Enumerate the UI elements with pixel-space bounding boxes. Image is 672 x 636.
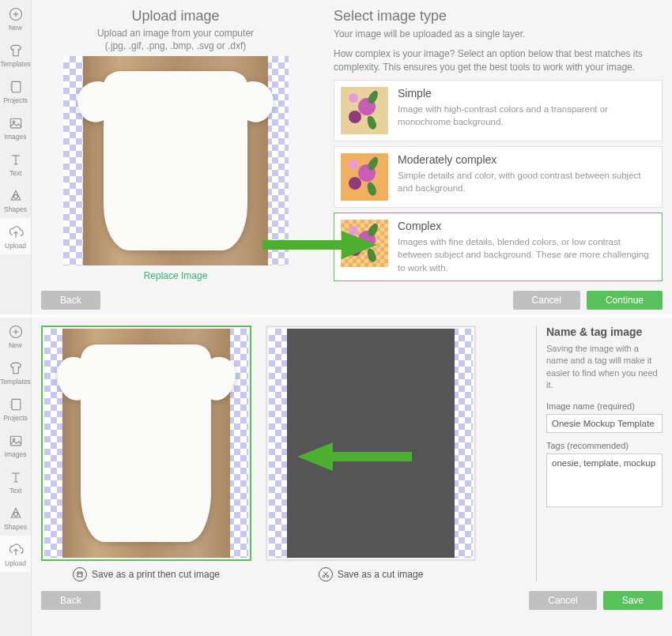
option-moderate-title: Moderately complex (398, 153, 655, 166)
select-type-title: Select image type (334, 8, 663, 24)
replace-image-link[interactable]: Replace Image (144, 270, 208, 281)
sidebar-item-projects[interactable]: Projects (0, 390, 31, 427)
sidebar-label: Templates (0, 378, 31, 386)
thumb-simple (341, 87, 388, 134)
sidebar-item-shapes[interactable]: Shapes (0, 182, 31, 218)
svg-rect-23 (10, 436, 21, 446)
sidebar-item-templates[interactable]: Templates (0, 354, 31, 390)
sidebar-label: Projects (3, 414, 28, 422)
svg-rect-19 (12, 399, 21, 409)
sidebar-label: Text (9, 487, 22, 495)
svg-point-33 (327, 575, 329, 578)
svg-point-13 (13, 194, 17, 198)
text-icon (8, 469, 24, 485)
option-complex-title: Complex (398, 220, 655, 232)
svg-point-32 (323, 575, 325, 578)
upload-preview (63, 56, 289, 265)
sidebar-item-upload[interactable]: Upload (0, 536, 31, 572)
sidebar-label: Text (9, 169, 22, 177)
svg-rect-7 (10, 119, 21, 128)
back-button[interactable]: Back (41, 591, 100, 610)
sidebar-label: Projects (3, 96, 28, 104)
option-complex-desc: Images with fine details, blended colors… (398, 235, 655, 273)
image-name-input[interactable] (546, 414, 663, 433)
notebook-icon (8, 79, 24, 95)
tutorial-arrow-left (297, 441, 412, 472)
upload-icon (8, 224, 24, 240)
svg-point-29 (13, 512, 17, 516)
option-simple-title: Simple (398, 87, 655, 100)
name-tag-title: Name & tag image (546, 326, 663, 338)
shapes-icon (8, 506, 24, 521)
option-complex[interactable]: Complex Images with fine details, blende… (334, 213, 663, 280)
save-print-cut-label: Save as a print then cut image (73, 567, 220, 581)
option-simple[interactable]: Simple Image with high-contrast colors a… (334, 80, 663, 141)
back-button[interactable]: Back (41, 291, 100, 310)
svg-marker-15 (262, 231, 377, 259)
text-icon (8, 152, 24, 167)
tags-input[interactable]: onesie, template, mockup (546, 453, 663, 507)
continue-button[interactable]: Continue (587, 291, 663, 310)
sidebar-item-new[interactable]: New (0, 318, 31, 354)
option-moderate[interactable]: Moderately complex Simple details and co… (334, 146, 663, 208)
image-icon (8, 433, 24, 449)
save-cut-label: Save as a cut image (319, 567, 424, 581)
sidebar-item-images[interactable]: Images (0, 427, 31, 463)
sidebar-label: Shapes (4, 523, 27, 531)
upload-icon (8, 542, 24, 558)
save-button[interactable]: Save (603, 591, 663, 610)
sidebar-label: Upload (5, 559, 26, 567)
save-print-cut-option[interactable] (41, 326, 251, 561)
svg-rect-3 (12, 81, 21, 92)
left-sidebar: New Templates Projects Images Text Shape… (0, 0, 32, 314)
print-cut-icon (73, 567, 87, 581)
sidebar-label: Upload (5, 242, 26, 250)
plus-circle-icon (8, 324, 24, 340)
notebook-icon (8, 397, 24, 412)
svg-rect-31 (77, 574, 82, 577)
sidebar-item-text[interactable]: Text (0, 463, 31, 499)
sidebar-item-upload[interactable]: Upload (0, 218, 31, 254)
select-type-sub1: Your image will be uploaded as a single … (334, 28, 663, 41)
shapes-icon (8, 188, 24, 204)
shirt-icon (8, 43, 24, 58)
image-name-label: Image name (required) (546, 401, 663, 411)
upload-title: Upload image (41, 8, 310, 24)
select-type-sub2: How complex is your image? Select an opt… (334, 47, 663, 74)
sidebar-label: New (9, 341, 22, 349)
sidebar-label: Images (5, 450, 27, 458)
svg-point-8 (13, 121, 15, 123)
tags-label: Tags (recommended) (546, 441, 663, 450)
plus-circle-icon (8, 6, 24, 22)
shirt-icon (8, 360, 24, 376)
uploaded-image (83, 56, 268, 265)
thumb-moderate (341, 153, 388, 201)
svg-marker-36 (297, 442, 412, 471)
upload-subtext: Upload an image from your computer (41, 28, 310, 39)
sidebar-label: Templates (0, 60, 31, 68)
sidebar-item-new[interactable]: New (0, 0, 31, 36)
name-tag-panel: Name & tag image Saving the image with a… (536, 326, 663, 581)
name-tag-sub: Saving the image with a name and a tag w… (546, 343, 663, 392)
cancel-button[interactable]: Cancel (529, 591, 596, 610)
option-moderate-desc: Simple details and color, with good cont… (398, 169, 655, 194)
sidebar-label: New (9, 24, 22, 32)
scissors-icon (319, 567, 333, 581)
sidebar-label: Images (5, 133, 27, 141)
option-simple-desc: Image with high-contrast colors and a tr… (398, 103, 655, 128)
svg-point-24 (13, 438, 15, 441)
sidebar-item-projects[interactable]: Projects (0, 73, 31, 109)
left-sidebar-2: New Templates Projects Images Text Shape… (0, 318, 32, 636)
cancel-button[interactable]: Cancel (513, 291, 580, 310)
sidebar-item-text[interactable]: Text (0, 145, 31, 182)
sidebar-label: Shapes (4, 205, 27, 213)
image-icon (8, 115, 24, 131)
sidebar-item-shapes[interactable]: Shapes (0, 499, 31, 536)
tutorial-arrow-right (262, 229, 377, 261)
sidebar-item-templates[interactable]: Templates (0, 36, 31, 73)
sidebar-item-images[interactable]: Images (0, 109, 31, 145)
upload-extensions: (.jpg, .gif, .png, .bmp, .svg or .dxf) (41, 40, 310, 51)
onesie-mockup (104, 71, 247, 251)
